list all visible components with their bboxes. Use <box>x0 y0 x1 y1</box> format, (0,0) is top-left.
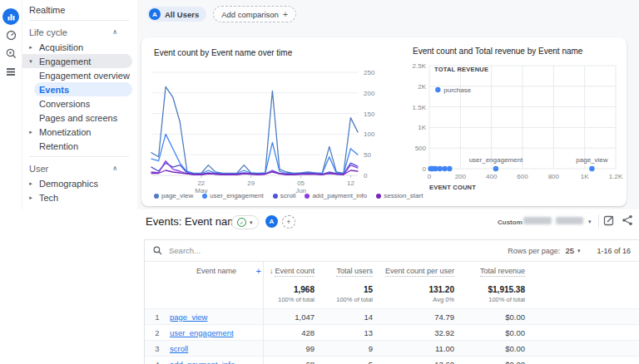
totals-subtext: 100% of total <box>278 296 315 303</box>
reports-icon[interactable] <box>2 7 20 26</box>
table-header-row: Event name + ↓Event count Total users Ev… <box>145 262 639 280</box>
table-totals-row: 1,968 100% of total 15 100% of total 131… <box>145 280 639 308</box>
total-revenue-cell: $0.00 <box>461 328 532 337</box>
event-count-cell: 428 <box>263 328 321 337</box>
column-label: Total revenue <box>480 267 525 277</box>
add-dimension-icon[interactable]: + <box>256 266 261 276</box>
caret-down-icon: ▾ <box>577 248 581 254</box>
report-title: Events: Event name <box>146 215 242 228</box>
scatter-chart-title: Event count and Total revenue by Event n… <box>413 47 582 56</box>
x-tick-label: 800 <box>548 173 560 180</box>
row-number: 1 <box>145 312 170 322</box>
segment-avatar-chip[interactable]: A <box>265 215 278 228</box>
column-header-total-users[interactable]: Total users <box>321 267 379 275</box>
date-range-label: Custom <box>498 219 523 226</box>
scatter-chart: 02004006008001K1.2K05001K1.5K2K2.5KTOTAL… <box>406 59 624 197</box>
sidebar-item-pages-and-screens[interactable]: Pages and screens <box>22 111 137 125</box>
totals-value: 1,968 <box>294 285 315 294</box>
legend-label: user_engagement <box>210 192 264 199</box>
chevron-up-icon: ∧ <box>112 28 117 36</box>
x-tick-label: 29 <box>247 180 255 187</box>
column-header-event-count-per-user[interactable]: Event count per user <box>379 267 461 275</box>
totals-total-users: 15 100% of total <box>321 285 379 303</box>
reports-active-icon <box>2 8 19 25</box>
x-tick-label: 1.2K <box>609 173 623 180</box>
sidebar-section-lifecycle[interactable]: Life cycle ∧ <box>22 24 137 40</box>
event-count-per-user-cell: 32.92 <box>379 328 461 337</box>
totals-value: $1,915.38 <box>488 285 526 294</box>
legend-label: page_view <box>161 192 193 199</box>
x-tick-label: 05 <box>297 180 305 187</box>
event-name-link[interactable]: scroll <box>170 344 188 353</box>
sidebar-item-demographics[interactable]: ▸ Demographics <box>22 176 137 190</box>
x-tick-label: 400 <box>486 173 498 180</box>
sidebar-item-retention[interactable]: Retention <box>22 139 137 153</box>
sidebar-item-engagement-overview[interactable]: Engagement overview <box>22 68 137 82</box>
total-revenue-cell: $0.00 <box>461 360 532 364</box>
event-name-link[interactable]: add_payment_info <box>170 360 235 364</box>
caret-right-icon: ▸ <box>27 44 34 51</box>
caret-down-icon: ▾ <box>27 58 34 65</box>
date-caret-down-icon[interactable]: ▾ <box>588 219 592 225</box>
total-users-cell: 9 <box>321 344 379 353</box>
sidebar-section-user[interactable]: User ∧ <box>22 160 137 176</box>
column-header-event-count[interactable]: ↓Event count <box>263 267 321 275</box>
rows-per-page-select[interactable]: 25 ▾ <box>565 246 580 255</box>
sidebar-item-conversions[interactable]: Conversions <box>22 96 137 111</box>
sidebar-item-label: Retention <box>39 141 78 151</box>
data-point-user_engagement <box>493 166 498 171</box>
point-label: page_view <box>576 156 607 164</box>
total-users-cell: 14 <box>321 312 379 322</box>
redacted-date-block <box>523 217 552 224</box>
sidebar-item-monetization[interactable]: ▸ Monetization <box>22 125 137 139</box>
total-users-cell: 13 <box>321 328 379 337</box>
column-header-total-revenue[interactable]: Total revenue <box>461 267 532 275</box>
table-row-page_view: 1page_view1,0471474.79$0.00 <box>145 308 639 324</box>
add-comparison-chip[interactable]: Add comparison + <box>213 6 296 22</box>
sidebar-item-label: Pages and screens <box>39 113 117 123</box>
add-segment-button[interactable]: + <box>282 215 295 229</box>
point-label: user_engagement <box>469 156 523 164</box>
all-users-chip[interactable]: A All Users <box>147 7 206 22</box>
sidebar-item-realtime[interactable]: Realtime <box>22 2 137 17</box>
explore-icon[interactable] <box>2 44 20 62</box>
totals-event-count: 1,968 100% of total <box>263 285 321 303</box>
event-name-link[interactable]: user_engagement <box>170 328 234 337</box>
caret-right-icon: ▸ <box>27 180 34 187</box>
sidebar-item-events[interactable]: Events <box>34 82 132 96</box>
legend-item-page_view: page_view <box>154 192 193 199</box>
sidebar-item-tech[interactable]: ▸ Tech <box>22 190 137 204</box>
event-name-link[interactable]: page_view <box>170 312 207 322</box>
search-input[interactable] <box>167 245 295 256</box>
event-count-per-user-cell: 11.00 <box>379 344 461 353</box>
edit-report-icon[interactable] <box>603 214 616 227</box>
app-icon-rail <box>0 0 22 209</box>
sidebar-item-label: Realtime <box>29 5 65 15</box>
legend-item-scroll: scroll <box>273 192 296 199</box>
sidebar-item-label: Events <box>39 85 69 95</box>
divider <box>598 214 599 228</box>
row-number: 3 <box>145 344 170 353</box>
sidebar-item-label: Acquisition <box>39 42 83 52</box>
section-label: Life cycle <box>29 27 67 37</box>
totals-subtext: Avg 0% <box>433 296 454 303</box>
comparison-bar: A All Users Add comparison + <box>147 6 296 22</box>
totals-value: 15 <box>364 285 373 294</box>
column-label: Event count <box>275 267 315 277</box>
row-number: 4 <box>145 360 170 364</box>
library-icon[interactable] <box>2 62 20 81</box>
data-quality-chip[interactable]: ✓ ▾ <box>231 215 259 229</box>
column-header-event-name[interactable]: Event name + <box>170 267 263 275</box>
date-range-value-redacted[interactable] <box>523 217 583 224</box>
share-icon[interactable] <box>622 214 634 227</box>
sidebar-item-acquisition[interactable]: ▸ Acquisition <box>22 40 137 54</box>
caret-down-icon: ▾ <box>250 219 253 226</box>
sidebar-item-engagement[interactable]: ▾ Engagement <box>22 54 132 68</box>
all-users-label: All Users <box>165 10 199 19</box>
sidebar-item-label: Engagement <box>39 57 91 66</box>
chevron-up-icon: ∧ <box>112 165 117 172</box>
speed-icon[interactable] <box>2 26 20 44</box>
data-point <box>428 166 433 171</box>
x-tick-label: 600 <box>517 173 528 180</box>
rows-per-page-label: Rows per page: <box>508 247 560 255</box>
